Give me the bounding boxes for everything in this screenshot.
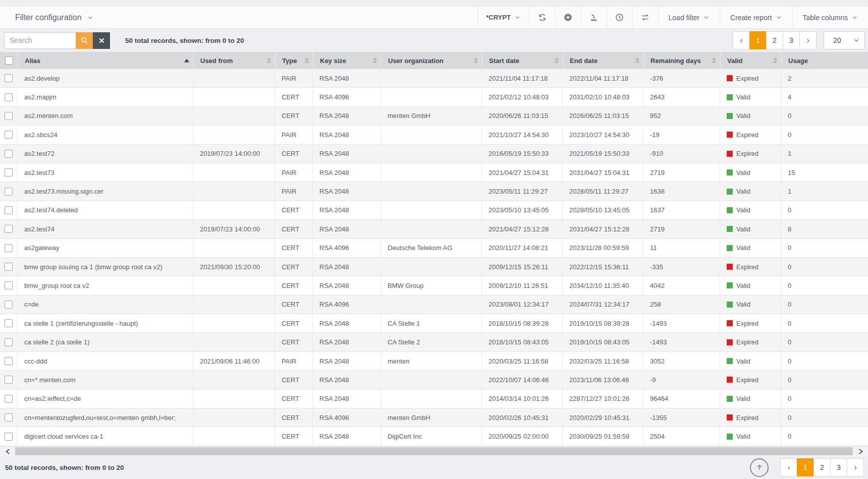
page-size-select[interactable]: 20 [824, 31, 865, 49]
cell-remaining-days: 96464 [643, 390, 720, 408]
clear-search-button[interactable] [93, 32, 110, 49]
page-button-2[interactable]: 2 [813, 458, 831, 476]
table-row[interactable]: cn=as2.ieffect,c=de CERT RSA 2048 2014/0… [0, 390, 868, 408]
scroll-right-arrow[interactable] [853, 446, 868, 456]
table-row[interactable]: as2.test74.deleted CERT RSA 2048 2023/05… [0, 201, 868, 220]
row-checkbox-cell [0, 88, 18, 106]
page-button-2[interactable]: 2 [766, 31, 783, 49]
search-input[interactable] [4, 32, 76, 49]
scrollbar-thumb[interactable] [15, 447, 853, 455]
row-checkbox[interactable] [5, 395, 13, 403]
row-checkbox-cell [0, 258, 18, 276]
table-row[interactable]: bmw_group root ca v2 CERT RSA 2048 BMW G… [0, 276, 868, 295]
select-all-checkbox[interactable] [5, 56, 13, 65]
scroll-left-arrow[interactable] [0, 446, 15, 456]
refresh-button[interactable] [529, 7, 555, 28]
column-header-type[interactable]: Type [275, 52, 313, 69]
column-header-used-from[interactable]: Used from [193, 52, 275, 69]
table-row[interactable]: cn=mententozugferd,ou=test,o=menten gmbh… [0, 408, 868, 427]
row-checkbox[interactable] [5, 225, 13, 233]
table-row[interactable]: ca stelle 2 (ca stelle 1) CERT RSA 2048 … [0, 333, 868, 351]
column-header-usage[interactable]: Usage [781, 52, 868, 69]
column-header-start-date[interactable]: Start date [482, 52, 563, 69]
table-row[interactable]: ccc-ddd 2021/09/06 11:46:00 PAIR RSA 204… [0, 352, 868, 371]
next-page-button[interactable]: › [799, 31, 817, 49]
table-row[interactable]: as2.sbcs24 PAIR RSA 2048 2021/10/27 14:5… [0, 126, 868, 144]
scroll-to-top-button[interactable] [750, 458, 769, 477]
table-row[interactable]: as2gateway CERT RSA 4096 Deutsche Teleko… [0, 239, 868, 258]
transfer-button[interactable] [632, 7, 658, 28]
page-button-1[interactable]: 1 [797, 458, 814, 476]
page-button-1[interactable]: 1 [749, 31, 767, 49]
cell-end-date: 2034/12/10 11:35:40 [563, 276, 643, 294]
table-row[interactable]: c=de CERT RSA 4096 2023/08/01 12:34:17 2… [0, 295, 868, 314]
column-header-end-date[interactable]: End date [563, 52, 643, 69]
row-checkbox[interactable] [5, 357, 13, 365]
filter-configuration-dropdown[interactable]: Filter configuration [0, 7, 477, 28]
add-button[interactable] [555, 7, 581, 28]
column-header-user-organization[interactable]: User organization [381, 52, 482, 69]
column-header-remaining-days[interactable]: Remaining days [643, 52, 720, 69]
table-row[interactable]: as2.mapjm CERT RSA 4096 2021/02/12 10:48… [0, 88, 868, 106]
previous-page-button[interactable]: ‹ [733, 31, 750, 49]
row-checkbox[interactable] [5, 206, 13, 214]
load-filter-dropdown[interactable]: Load filter [658, 7, 720, 28]
column-header-valid[interactable]: Valid [720, 52, 781, 69]
table-columns-dropdown[interactable]: Table columns [792, 7, 868, 28]
table-row[interactable]: as2.test72 2019/07/23 14:00:00 CERT RSA … [0, 145, 868, 163]
crypt-dropdown[interactable]: *CRYPT [477, 7, 529, 28]
table-row[interactable]: cn=*.menten.com CERT RSA 2048 2022/10/07… [0, 371, 868, 389]
row-checkbox[interactable] [5, 150, 13, 158]
row-checkbox[interactable] [5, 74, 13, 82]
column-label: Used from [200, 57, 233, 65]
chevron-down-icon [776, 15, 782, 21]
table-row[interactable]: as2.develop PAIR RSA 2048 2021/11/04 11:… [0, 69, 868, 88]
row-checkbox-cell [0, 107, 18, 125]
sign-button[interactable] [581, 7, 607, 28]
table-row[interactable]: as2.test73 PAIR RSA 2048 2021/04/27 15:0… [0, 163, 868, 182]
status-label: Valid [736, 395, 750, 402]
row-checkbox[interactable] [5, 188, 13, 196]
cell-end-date: 2024/07/31 12:34:17 [563, 295, 643, 314]
row-checkbox[interactable] [5, 301, 13, 309]
previous-page-button[interactable]: ‹ [780, 458, 797, 476]
row-checkbox[interactable] [5, 244, 13, 252]
cell-user-organization: BMW Group [381, 276, 482, 294]
status-label: Valid [736, 301, 750, 308]
row-checkbox[interactable] [5, 376, 13, 384]
row-checkbox[interactable] [5, 112, 13, 120]
table-row[interactable]: digicert cloud services ca-1 CERT RSA 20… [0, 427, 868, 446]
page-button-3[interactable]: 3 [830, 458, 847, 476]
table-row[interactable]: as2.test74 2019/07/23 14:00:00 CERT RSA … [0, 220, 868, 238]
table-row[interactable]: as2.menten.com CERT RSA 2048 menten GmbH… [0, 107, 868, 126]
column-header-alias[interactable]: Alias [18, 52, 193, 69]
cell-end-date: 2028/05/10 13:45:05 [563, 201, 643, 219]
history-button[interactable] [607, 7, 632, 28]
row-checkbox[interactable] [5, 263, 13, 271]
row-checkbox[interactable] [5, 338, 13, 346]
cell-start-date: 2023/05/10 13:45:05 [482, 201, 563, 219]
table-row[interactable]: ca stelle 1 (zertifizierungsstelle - hau… [0, 314, 868, 333]
row-checkbox[interactable] [5, 433, 13, 441]
row-checkbox[interactable] [5, 413, 13, 422]
table-row[interactable]: bmw group issuing ca 1 (bmw group root c… [0, 258, 868, 276]
next-page-button[interactable]: › [847, 458, 864, 476]
cell-alias: as2.menten.com [18, 107, 193, 125]
row-checkbox[interactable] [5, 131, 13, 139]
column-header-key-size[interactable]: Key size [313, 52, 381, 69]
table-row[interactable]: as2.test73.missing.sign.cer PAIR RSA 204… [0, 182, 868, 201]
cell-valid: Valid [720, 201, 781, 219]
cell-start-date: 2014/03/14 10:01:26 [482, 390, 563, 408]
row-checkbox[interactable] [5, 93, 13, 101]
row-checkbox-cell [0, 182, 18, 200]
search-button[interactable] [76, 32, 93, 49]
sort-toggle-icon [635, 57, 639, 64]
row-checkbox[interactable] [5, 281, 13, 289]
cell-user-organization [381, 201, 482, 219]
create-report-dropdown[interactable]: Create report [720, 7, 792, 28]
cell-key-size: RSA 2048 [313, 201, 381, 219]
row-checkbox[interactable] [5, 168, 13, 176]
row-checkbox[interactable] [5, 319, 13, 327]
cell-key-size: RSA 4096 [313, 295, 381, 314]
page-button-3[interactable]: 3 [783, 31, 800, 49]
